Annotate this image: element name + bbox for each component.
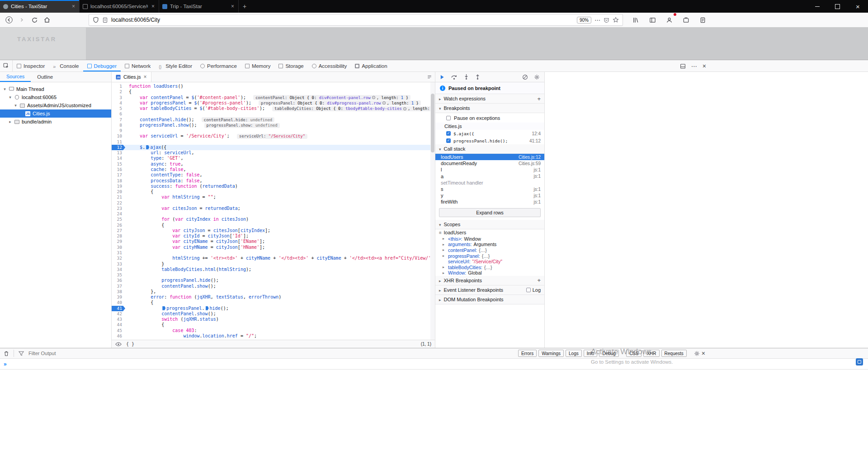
- line-number[interactable]: 34: [112, 267, 125, 272]
- line-number[interactable]: 8: [112, 123, 125, 128]
- extension-button-1[interactable]: [679, 14, 692, 26]
- line-number[interactable]: 30: [112, 245, 125, 250]
- line-number[interactable]: 14: [112, 156, 125, 161]
- line-number[interactable]: 15: [112, 161, 125, 167]
- section-call-stack[interactable]: Call stack: [435, 144, 544, 154]
- tree-twisty-icon[interactable]: ▸: [8, 119, 12, 124]
- line-number[interactable]: 10: [112, 133, 125, 139]
- line-number[interactable]: 38: [112, 289, 125, 294]
- devtools-tab-network[interactable]: Network: [121, 60, 155, 71]
- console-filter-debug-button[interactable]: Debug: [599, 350, 618, 357]
- line-number[interactable]: 11: [112, 139, 125, 145]
- zoom-level-badge[interactable]: 90%: [577, 17, 591, 24]
- line-number[interactable]: 41: [112, 306, 125, 311]
- window-close-button[interactable]: [848, 0, 868, 13]
- blackbox-eye-icon[interactable]: [115, 342, 122, 347]
- line-number[interactable]: 42: [112, 311, 125, 317]
- column-breakpoint-marker[interactable]: [162, 306, 165, 310]
- tree-twisty-icon[interactable]: ▾: [8, 95, 12, 100]
- devtools-tab-style-editor[interactable]: Style Editor: [155, 60, 196, 71]
- scope-twisty-icon[interactable]: ▸: [443, 237, 446, 241]
- forward-button[interactable]: [15, 14, 28, 26]
- settings-gear-icon[interactable]: [534, 74, 540, 80]
- site-identity-icon[interactable]: [102, 17, 108, 23]
- line-number[interactable]: 17: [112, 172, 125, 178]
- line-number[interactable]: 33: [112, 261, 125, 267]
- console-filter-xhr-button[interactable]: XHR: [643, 350, 659, 357]
- devtools-tab-debugger[interactable]: Debugger: [83, 60, 121, 71]
- console-filter-requests-button[interactable]: Requests: [661, 350, 687, 357]
- breakpoint-checkbox[interactable]: [446, 131, 451, 136]
- section-breakpoints[interactable]: Breakpoints: [435, 104, 544, 113]
- column-breakpoint-marker[interactable]: [206, 306, 209, 310]
- line-number[interactable]: 18: [112, 178, 125, 184]
- browser-tab[interactable]: Trip - TaxiStar×: [159, 0, 239, 13]
- sources-tree-item[interactable]: ▾Main Thread: [0, 85, 111, 93]
- line-number[interactable]: 40: [112, 300, 125, 305]
- step-out-button[interactable]: [475, 74, 480, 80]
- line-number[interactable]: 1: [112, 84, 125, 89]
- breakpoint-row[interactable]: progressPanel.hide();41:12: [435, 137, 544, 144]
- call-stack-frame[interactable]: loadUsersCities.js:12: [435, 154, 544, 160]
- call-stack-frame[interactable]: setTimeout handler: [435, 180, 544, 186]
- breakpoint-row[interactable]: $.ajax({12:4: [435, 130, 544, 137]
- breakpoint-checkbox[interactable]: [446, 138, 451, 143]
- devtools-tab-performance[interactable]: Performance: [196, 60, 241, 71]
- sources-tree-item[interactable]: ▾localhost:60065: [0, 93, 111, 101]
- scope-twisty-icon[interactable]: ▸: [443, 254, 446, 258]
- page-actions-icon[interactable]: [594, 16, 600, 24]
- scope-twisty-icon[interactable]: ▸: [443, 242, 446, 247]
- inspect-target-icon[interactable]: [372, 96, 375, 99]
- console-filter-input[interactable]: [28, 351, 164, 356]
- line-number[interactable]: 28: [112, 233, 125, 239]
- devtools-tab-accessibility[interactable]: Accessibility: [308, 60, 351, 71]
- call-stack-frame[interactable]: ajs:1: [435, 173, 544, 180]
- devtools-tab-inspector[interactable]: Inspector: [13, 60, 49, 71]
- tab-close-button[interactable]: ×: [71, 3, 76, 9]
- pick-element-button[interactable]: [0, 60, 13, 71]
- clear-console-icon[interactable]: [4, 351, 9, 356]
- devtools-menu-icon[interactable]: [691, 63, 697, 70]
- line-number[interactable]: 13: [112, 150, 125, 156]
- tree-twisty-icon[interactable]: ▾: [3, 87, 7, 91]
- line-number[interactable]: 35: [112, 272, 125, 278]
- pocket-icon[interactable]: [604, 17, 609, 23]
- line-number[interactable]: 27: [112, 228, 125, 233]
- call-stack-frame[interactable]: documentReadyCities.js:59: [435, 160, 544, 166]
- console-filter-errors-button[interactable]: Errors: [518, 350, 537, 357]
- line-number[interactable]: 24: [112, 211, 125, 217]
- sources-tree-item[interactable]: ▸bundle/admin: [0, 118, 111, 126]
- line-number[interactable]: 36: [112, 278, 125, 283]
- line-number[interactable]: 7: [112, 117, 125, 123]
- column-breakpoint-marker[interactable]: [146, 145, 149, 149]
- scope-variable-row[interactable]: ▸<this>: Window: [435, 236, 544, 242]
- editor-scrollbar[interactable]: [430, 82, 435, 340]
- line-number[interactable]: 25: [112, 217, 125, 222]
- line-number[interactable]: 3: [112, 95, 125, 100]
- scope-variable-row[interactable]: ▸contentPanel: {…}: [435, 247, 544, 253]
- scope-twisty-icon[interactable]: ▸: [443, 248, 446, 252]
- tree-twisty-icon[interactable]: ▾: [14, 103, 18, 108]
- browser-tab[interactable]: Cities - TaxiStar×: [0, 0, 80, 13]
- section-watch-expressions[interactable]: Watch expressions: [435, 94, 544, 104]
- line-number[interactable]: 39: [112, 294, 125, 300]
- devtools-tab-console[interactable]: Console: [49, 60, 83, 71]
- editor-file-tab[interactable]: JS Cities.js: [112, 72, 151, 82]
- line-number[interactable]: 9: [112, 128, 125, 133]
- sources-tree-item[interactable]: JSCities.js: [0, 109, 111, 118]
- console-close-icon[interactable]: [702, 349, 705, 357]
- add-watch-expression-button[interactable]: [537, 95, 541, 102]
- split-console-icon[interactable]: [680, 63, 686, 69]
- devtools-close-icon[interactable]: [703, 62, 706, 70]
- line-number[interactable]: 4: [112, 100, 125, 106]
- scope-function-row[interactable]: loadUsers: [435, 229, 544, 236]
- back-button[interactable]: [3, 14, 15, 26]
- inspect-target-icon[interactable]: [403, 107, 406, 110]
- tab-sources[interactable]: Sources: [0, 72, 31, 82]
- line-number[interactable]: 20: [112, 189, 125, 195]
- sidebars-button[interactable]: [646, 14, 659, 26]
- scope-twisty-icon[interactable]: ▸: [443, 265, 446, 269]
- line-number[interactable]: 37: [112, 284, 125, 289]
- expand-rows-button[interactable]: Expand rows: [439, 208, 541, 217]
- scope-variable-row[interactable]: serviceUrl: "/Service/City": [435, 259, 544, 265]
